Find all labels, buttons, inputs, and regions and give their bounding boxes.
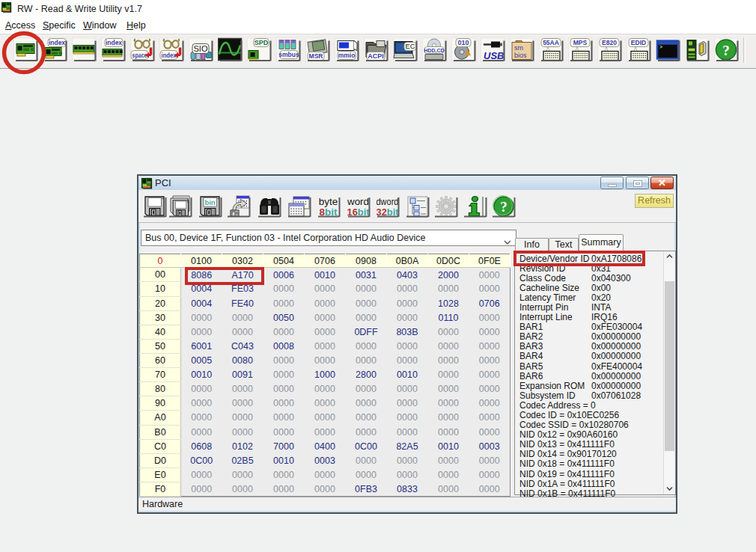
- svg-text:55AA: 55AA: [543, 39, 559, 46]
- svg-text:bin: bin: [204, 198, 215, 206]
- svg-text:010: 010: [457, 39, 469, 46]
- svg-text:EDID: EDID: [631, 39, 646, 46]
- svg-text:?: ?: [722, 43, 730, 58]
- svg-text:byte: byte: [319, 196, 338, 207]
- svg-text:MPS: MPS: [573, 39, 588, 46]
- svg-text:EC: EC: [405, 42, 415, 50]
- svg-text:USB: USB: [484, 50, 504, 61]
- svg-text:word: word: [347, 196, 369, 207]
- svg-text:index: index: [49, 39, 65, 46]
- svg-text:index: index: [162, 52, 177, 59]
- svg-text:dword: dword: [377, 196, 399, 207]
- svg-text:mmio: mmio: [338, 52, 356, 59]
- svg-text:SPD: SPD: [254, 39, 269, 46]
- svg-text:bios: bios: [514, 52, 527, 59]
- svg-text:index: index: [106, 39, 122, 46]
- svg-text:ACPI: ACPI: [368, 52, 384, 60]
- svg-text:SIO: SIO: [194, 44, 208, 53]
- svg-text:?: ?: [500, 199, 507, 215]
- svg-text:E820: E820: [602, 39, 617, 46]
- svg-text:MSR: MSR: [309, 52, 323, 60]
- svg-text:>: >: [659, 44, 662, 50]
- svg-text:sm: sm: [514, 44, 523, 52]
- svg-text:space: space: [132, 52, 147, 59]
- svg-text:smbus: smbus: [278, 51, 299, 58]
- svg-text:HDD,CD: HDD,CD: [424, 48, 444, 54]
